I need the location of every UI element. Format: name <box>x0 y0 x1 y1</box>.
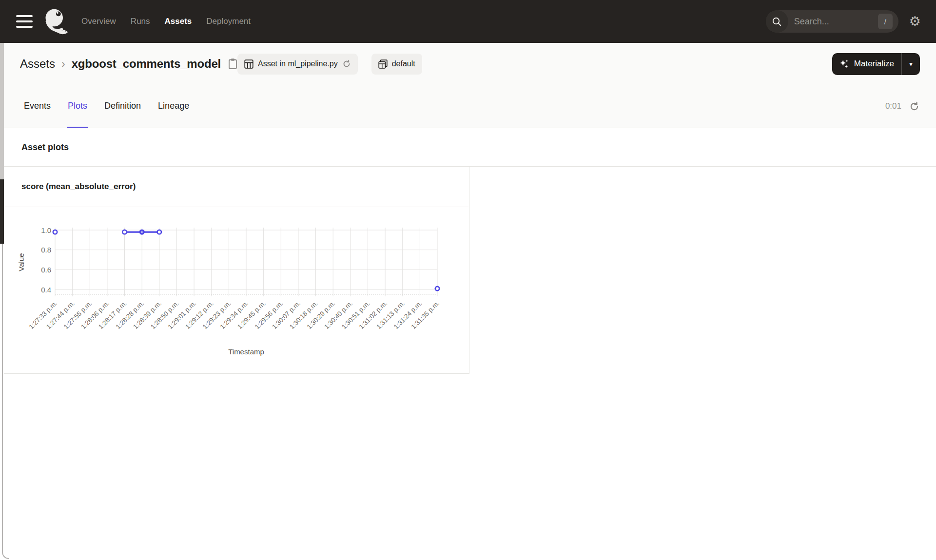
nav-item-deployment[interactable]: Deployment <box>206 17 251 26</box>
dagster-app-window: Overview Runs Assets Deployment / ⚙ Asse… <box>0 0 936 560</box>
refresh-timer: 0:01 <box>885 101 901 111</box>
materialize-button[interactable]: Materialize <box>832 53 901 75</box>
top-nav: Overview Runs Assets Deployment / ⚙ <box>4 0 936 43</box>
svg-text:0.8: 0.8 <box>41 246 51 254</box>
asset-tabs: Events Plots Definition Lineage 0:01 <box>4 85 936 128</box>
breadcrumb-assets-link[interactable]: Assets <box>20 57 55 71</box>
window-left-edge <box>0 0 4 560</box>
asset-plot-chart: 1.00.80.60.41:27:33 p.m.1:27:44 p.m.1:27… <box>4 207 469 373</box>
svg-text:0.4: 0.4 <box>41 286 51 294</box>
dagster-logo-icon[interactable] <box>43 8 69 35</box>
asset-group-badge[interactable]: default <box>371 54 422 75</box>
materialize-label: Materialize <box>854 59 894 69</box>
gear-icon[interactable]: ⚙ <box>909 15 921 28</box>
asset-page-header: Assets › xgboost_comments_model <box>4 43 936 128</box>
edge-strip-dark-top <box>0 0 4 43</box>
asset-group-label: default <box>392 59 415 68</box>
edge-strip-gray <box>0 43 4 179</box>
svg-text:1.0: 1.0 <box>41 226 51 234</box>
search-icon <box>766 10 788 33</box>
primary-nav: Overview Runs Assets Deployment <box>81 17 251 26</box>
line-chart-svg: 1.00.80.60.41:27:33 p.m.1:27:44 p.m.1:27… <box>4 207 469 373</box>
edge-strip-dark-block <box>0 179 4 244</box>
tab-lineage[interactable]: Lineage <box>157 85 190 128</box>
plot-card-title: score (mean_absolute_error) <box>4 167 469 207</box>
section-title: Asset plots <box>21 142 69 153</box>
tab-plots[interactable]: Plots <box>67 85 88 128</box>
window-border-line <box>2 244 3 545</box>
refresh-icon[interactable] <box>909 101 919 112</box>
global-search[interactable]: / <box>766 10 898 33</box>
search-input[interactable] <box>788 17 878 27</box>
sparkles-icon <box>839 58 850 69</box>
breadcrumb: Assets › xgboost_comments_model <box>4 43 936 85</box>
svg-text:Value: Value <box>17 253 25 271</box>
tab-events[interactable]: Events <box>23 85 51 128</box>
page-title: xgboost_comments_model <box>72 57 221 71</box>
nav-item-overview[interactable]: Overview <box>81 17 116 26</box>
tab-definition[interactable]: Definition <box>104 85 141 128</box>
plot-card: score (mean_absolute_error) 1.00.80.60.4… <box>4 167 469 374</box>
menu-icon[interactable] <box>16 15 33 28</box>
asset-plots-section-header: Asset plots <box>4 128 936 167</box>
window-corner <box>2 542 9 559</box>
nav-item-assets[interactable]: Assets <box>165 17 192 26</box>
table-icon <box>244 59 254 69</box>
svg-text:0.6: 0.6 <box>41 266 51 274</box>
refresh-icon <box>342 59 351 68</box>
clipboard-icon[interactable] <box>228 58 237 70</box>
breadcrumb-separator: › <box>61 58 65 71</box>
asset-group-icon <box>378 59 388 69</box>
svg-text:Timestamp: Timestamp <box>228 348 264 356</box>
code-location-badge[interactable]: Asset in ml_pipeline.py <box>237 54 358 75</box>
code-location-label: Asset in ml_pipeline.py <box>258 59 338 68</box>
materialize-dropdown-caret[interactable]: ▾ <box>901 53 920 75</box>
search-shortcut-badge: / <box>878 14 893 29</box>
materialize-split-button: Materialize ▾ <box>832 53 920 75</box>
nav-item-runs[interactable]: Runs <box>131 17 150 26</box>
